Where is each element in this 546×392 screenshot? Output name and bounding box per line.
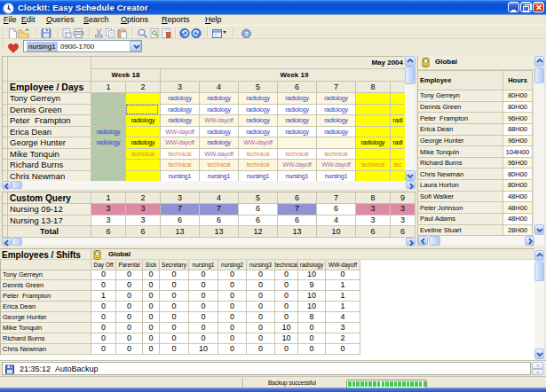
svg-text:?: ? bbox=[244, 30, 249, 38]
